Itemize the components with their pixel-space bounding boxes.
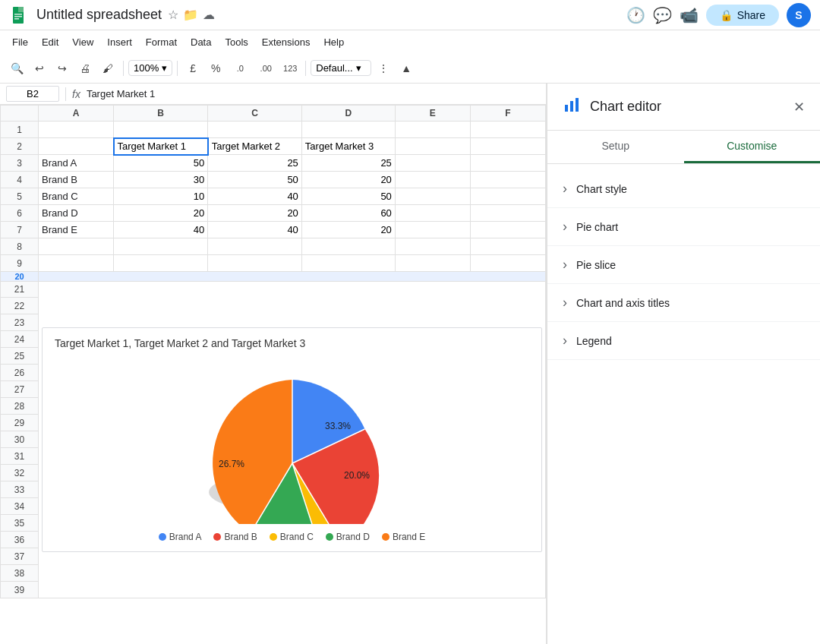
cell-d3[interactable]: 25 [301,155,395,172]
cell-f8[interactable] [470,238,545,255]
cell-e4[interactable] [395,172,470,188]
grid-container[interactable]: A B C D E F 1 [0,105,546,644]
tab-setup[interactable]: Setup [547,131,684,163]
print-btn[interactable]: 🖨 [74,58,96,79]
video-icon[interactable]: 📹 [680,6,699,24]
cell-d8[interactable] [301,238,395,255]
menu-edit[interactable]: Edit [36,34,65,50]
cell-c5[interactable]: 40 [208,188,302,205]
cell-d5[interactable]: 50 [301,188,395,205]
cell-c3[interactable]: 25 [208,155,302,172]
cell-e9[interactable] [395,255,470,272]
col-header-b[interactable]: B [114,106,208,122]
col-header-e[interactable]: E [395,106,470,122]
cell-b7[interactable]: 40 [114,222,208,238]
folder-icon[interactable]: 📁 [183,8,198,22]
paint-format-btn[interactable]: 🖌 [97,58,118,79]
cell-a9[interactable] [39,255,114,272]
cell-f1[interactable] [470,122,545,138]
menu-tools[interactable]: Tools [219,34,254,50]
cell-f4[interactable] [470,172,545,188]
undo-btn[interactable]: ↩ [29,58,50,79]
cell-d1[interactable] [301,122,395,138]
cell-f5[interactable] [470,188,545,205]
avatar[interactable]: S [787,3,811,27]
more-btn[interactable]: ⋮ [373,58,394,79]
cell-b5[interactable]: 10 [114,188,208,205]
cell-f2[interactable] [470,138,545,155]
cell-d9[interactable] [301,255,395,272]
cell-b6[interactable]: 20 [114,205,208,222]
history-icon[interactable]: 🕐 [626,6,645,24]
cell-a2[interactable] [39,138,114,155]
col-header-c[interactable]: C [208,106,302,122]
star-icon[interactable]: ☆ [168,8,178,22]
decimal-dec-btn[interactable]: .0 [228,58,252,79]
menu-format[interactable]: Format [140,34,183,50]
cell-e5[interactable] [395,188,470,205]
col-header-d[interactable]: D [301,106,395,122]
cell-e8[interactable] [395,238,470,255]
tab-customise[interactable]: Customise [684,131,821,163]
redo-btn[interactable]: ↪ [52,58,73,79]
cell-d2[interactable]: Target Market 3 [301,138,395,155]
cell-b8[interactable] [114,238,208,255]
cell-e1[interactable] [395,122,470,138]
comment-icon[interactable]: 💬 [653,6,672,24]
cell-f6[interactable] [470,205,545,222]
section-legend[interactable]: › Legend [547,322,820,360]
cell-f9[interactable] [470,255,545,272]
cell-a4[interactable]: Brand B [39,172,114,188]
cell-c8[interactable] [208,238,302,255]
editor-close-button[interactable]: ✕ [793,99,805,115]
percent-btn[interactable]: % [205,58,226,79]
cell-a3[interactable]: Brand A [39,155,114,172]
cell-b3[interactable]: 50 [114,155,208,172]
format-123-btn[interactable]: 123 [279,58,301,79]
cell-b2[interactable]: Target Market 1 [114,138,208,155]
menu-view[interactable]: View [66,34,99,50]
cell-c9[interactable] [208,255,302,272]
cell-c6[interactable]: 20 [208,205,302,222]
cell-f3[interactable] [470,155,545,172]
cell-a6[interactable]: Brand D [39,205,114,222]
cell-d6[interactable]: 60 [301,205,395,222]
menu-file[interactable]: File [6,34,34,50]
cell-a5[interactable]: Brand C [39,188,114,205]
cell-e3[interactable] [395,155,470,172]
currency-btn[interactable]: £ [182,58,203,79]
col-header-a[interactable]: A [39,106,114,122]
cell-e6[interactable] [395,205,470,222]
cell-a8[interactable] [39,238,114,255]
cell-e2[interactable] [395,138,470,155]
col-header-f[interactable]: F [470,106,545,122]
cloud-icon[interactable]: ☁ [203,8,215,22]
cell-d4[interactable]: 20 [301,172,395,188]
cell-a1[interactable] [39,122,114,138]
cell-f7[interactable] [470,222,545,238]
decimal-inc-btn[interactable]: .00 [254,58,278,79]
share-button[interactable]: 🔒 Share [706,5,779,26]
menu-extensions[interactable]: Extensions [256,34,317,50]
cell-b1[interactable] [114,122,208,138]
cell-c4[interactable]: 50 [208,172,302,188]
collapse-toolbar-btn[interactable]: ▲ [396,58,417,79]
cell-d7[interactable]: 20 [301,222,395,238]
cell-e7[interactable] [395,222,470,238]
search-btn[interactable]: 🔍 [6,58,27,79]
cell-b4[interactable]: 30 [114,172,208,188]
menu-help[interactable]: Help [317,34,350,50]
section-chart-axis-titles[interactable]: › Chart and axis titles [547,284,820,322]
cell-c2[interactable]: Target Market 2 [208,138,302,155]
cell-b9[interactable] [114,255,208,272]
zoom-select[interactable]: 100% ▾ [128,60,172,76]
cell-c1[interactable] [208,122,302,138]
cell-c7[interactable]: 40 [208,222,302,238]
font-select[interactable]: Defaul... ▾ [311,60,371,76]
menu-insert[interactable]: Insert [101,34,138,50]
menu-data[interactable]: Data [184,34,217,50]
section-pie-slice[interactable]: › Pie slice [547,246,820,284]
section-chart-style[interactable]: › Chart style [547,170,820,208]
section-pie-chart[interactable]: › Pie chart [547,208,820,246]
cell-reference[interactable]: B2 [6,86,59,102]
